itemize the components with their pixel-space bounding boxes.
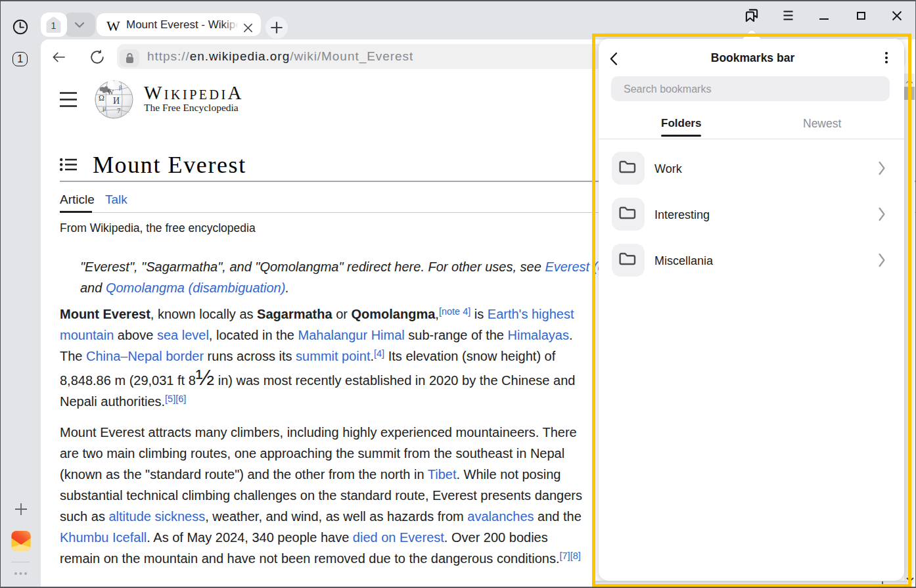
svg-text:W: W [108,89,114,96]
svg-text:Ω: Ω [99,93,104,102]
svg-text:1: 1 [51,20,57,31]
svg-text:μ: μ [103,104,106,112]
svg-text:β: β [119,84,122,91]
svg-text:И: И [113,96,120,106]
svg-text:7: 7 [117,106,121,114]
